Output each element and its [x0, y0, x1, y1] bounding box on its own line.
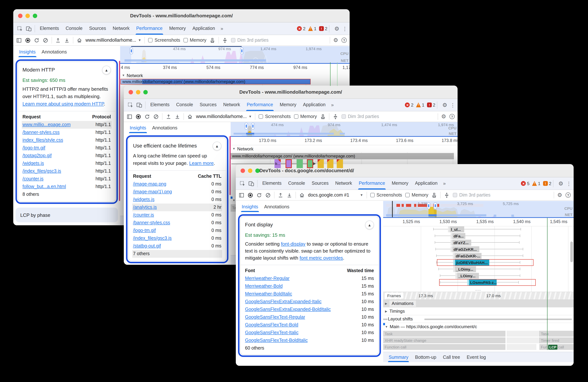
network-request-bar[interactable]: www.milliondollarhomepage.com/ (www.mill…	[231, 153, 454, 159]
devtools-tab[interactable]: Memory	[166, 22, 189, 35]
flame-scrollbar[interactable]	[570, 242, 573, 262]
request-link[interactable]: /counter.js	[133, 211, 154, 219]
devtools-tab[interactable]: Application	[189, 22, 218, 35]
warning-badge[interactable]: !1	[416, 102, 424, 108]
upload-profile-icon[interactable]	[278, 192, 283, 198]
request-chip[interactable]	[296, 159, 303, 168]
device-toolbar-icon[interactable]	[247, 179, 256, 188]
selection-handle-right[interactable]	[251, 123, 254, 129]
more-tabs-icon[interactable]: »	[441, 181, 448, 186]
request-link[interactable]: /index_files/gsc3.js	[133, 234, 172, 242]
minimize-button[interactable]	[248, 169, 252, 173]
minimize-button[interactable]	[136, 90, 140, 94]
request-chip[interactable]	[286, 159, 292, 168]
record-icon[interactable]	[248, 192, 253, 198]
collapse-icon[interactable]	[222, 37, 228, 43]
close-button[interactable]	[128, 90, 133, 94]
request-chip[interactable]	[327, 159, 334, 168]
clear-icon[interactable]	[153, 114, 159, 119]
error-badge[interactable]: ✕5	[521, 181, 529, 186]
memory-checkbox[interactable]: Memory	[184, 38, 206, 43]
reload-icon[interactable]	[34, 37, 40, 43]
clear-icon[interactable]	[43, 37, 48, 43]
request-link[interactable]: /index_files/gsc3.js	[22, 167, 61, 175]
request-link[interactable]: /logo-tm.gif	[133, 227, 156, 234]
request-link[interactable]: /image-map(1).png	[133, 188, 172, 196]
warning-badge[interactable]: !1	[532, 181, 540, 186]
sidebar-scrollbar[interactable]	[229, 136, 231, 195]
settings-gear-icon[interactable]: ⚙	[442, 102, 447, 108]
font-link[interactable]: Merriweather-Bold	[245, 282, 283, 290]
insight-card-lcp-by-phase[interactable]: LCP by phase	[16, 208, 118, 222]
frames-track[interactable]: Frames 17.3 ms 17.0 ms	[383, 292, 574, 300]
network-section-header[interactable]: ▼Network	[120, 72, 350, 79]
task-bar[interactable]: Task	[539, 331, 574, 337]
flame-bar[interactable]: dFaGZeKR-...	[453, 253, 482, 259]
more-rows-indicator[interactable]: ...	[383, 287, 574, 292]
toggle-panel-icon[interactable]	[127, 114, 132, 119]
dim-3rd-parties-checkbox[interactable]: Dim 3rd parties	[453, 192, 491, 198]
timeline-minimap[interactable]: 474 ms974 ms1,474 ms1,974 ms CPU NET	[120, 46, 350, 64]
minimize-button[interactable]	[25, 14, 30, 18]
flame-bar[interactable]: dFaGZeKR...	[451, 246, 479, 252]
request-chip[interactable]	[337, 159, 343, 168]
request-chip[interactable]	[307, 159, 313, 168]
warning-badge[interactable]: !1	[308, 26, 316, 31]
inspect-icon[interactable]	[16, 24, 24, 33]
download-profile-icon[interactable]	[287, 192, 292, 198]
request-link[interactable]: /counter.js	[22, 175, 43, 183]
help-icon[interactable]: ?	[566, 192, 571, 198]
request-link[interactable]: follow_but...a.en.html	[22, 183, 66, 191]
font-link[interactable]: Merriweather-BoldItalic	[245, 290, 292, 298]
font-link[interactable]: Merriweather-Regular	[245, 275, 290, 282]
screenshots-checkbox[interactable]: Screenshots	[148, 38, 180, 43]
kebab-menu-icon[interactable]: ⋮	[566, 180, 571, 186]
tab-insights[interactable]: Insights	[127, 122, 149, 133]
devtools-tab[interactable]: Performance	[243, 99, 276, 111]
sidebar-scrollbar[interactable]	[119, 61, 120, 201]
request-link[interactable]: /banner-styles.css	[133, 219, 170, 227]
selection-handle-left[interactable]	[427, 202, 430, 209]
selection-handle-left[interactable]	[245, 123, 248, 129]
upload-profile-icon[interactable]	[166, 114, 171, 119]
gc-brush-icon[interactable]	[320, 114, 326, 119]
zoom-button[interactable]	[255, 169, 260, 173]
inspect-icon[interactable]	[126, 100, 135, 109]
collapse-chevron-icon[interactable]: ▲	[212, 142, 221, 150]
insight-card-cache-lifetimes[interactable]: Use efficient cache lifetimes ▲ A long c…	[128, 137, 226, 261]
memory-checkbox[interactable]: Memory	[405, 192, 428, 198]
font-link[interactable]: GoogleSansFlexText-Italic	[245, 329, 298, 337]
reload-icon[interactable]	[145, 114, 150, 119]
reload-icon[interactable]	[256, 192, 262, 198]
request-link[interactable]: www.millio...epage.com	[22, 121, 71, 129]
download-profile-icon[interactable]	[64, 37, 70, 43]
home-icon[interactable]	[77, 37, 82, 43]
collapse-chevron-icon[interactable]: ▲	[365, 221, 374, 229]
collapse-icon[interactable]	[444, 192, 450, 198]
error-badge[interactable]: ✕2	[297, 26, 305, 31]
layout-shifts-track[interactable]: Layout shifts	[383, 315, 574, 323]
tab-annotations[interactable]: Annotations	[149, 122, 180, 133]
settings-gear-icon[interactable]: ⚙	[558, 180, 563, 187]
page-selector-dropdown[interactable]: www.milliondollarhome...▼	[85, 38, 141, 43]
flame-bar[interactable]: dFaYZ...	[451, 240, 471, 246]
devtools-tab[interactable]: Sources	[86, 22, 109, 35]
animations-track[interactable]: ▶Animations	[383, 300, 574, 308]
record-icon[interactable]	[25, 37, 31, 43]
upload-profile-icon[interactable]	[55, 37, 61, 43]
request-link[interactable]: /toptag2top.gif	[22, 152, 52, 160]
devtools-tab[interactable]: Elements	[37, 22, 62, 35]
error-badge[interactable]: ✕2	[405, 102, 413, 108]
more-tabs-icon[interactable]: »	[329, 102, 336, 108]
timeline-minimap[interactable]: 1,7253,725 ms5,725 ms CPU NET	[383, 201, 574, 218]
network-section-header[interactable]: ▼Network	[231, 145, 458, 152]
settings-gear-icon[interactable]: ⚙	[333, 37, 338, 44]
kebab-menu-icon[interactable]: ⋮	[450, 102, 455, 108]
tab-annotations[interactable]: Annotations	[261, 201, 292, 212]
request-chip[interactable]	[317, 159, 324, 168]
devtools-tab[interactable]: Network	[220, 99, 244, 111]
zoom-button[interactable]	[33, 14, 37, 18]
issues-badge[interactable]: !2	[319, 26, 327, 31]
devtools-tab[interactable]: Application	[412, 177, 441, 190]
xhr-bar[interactable]: XHR readyState change	[383, 337, 505, 343]
